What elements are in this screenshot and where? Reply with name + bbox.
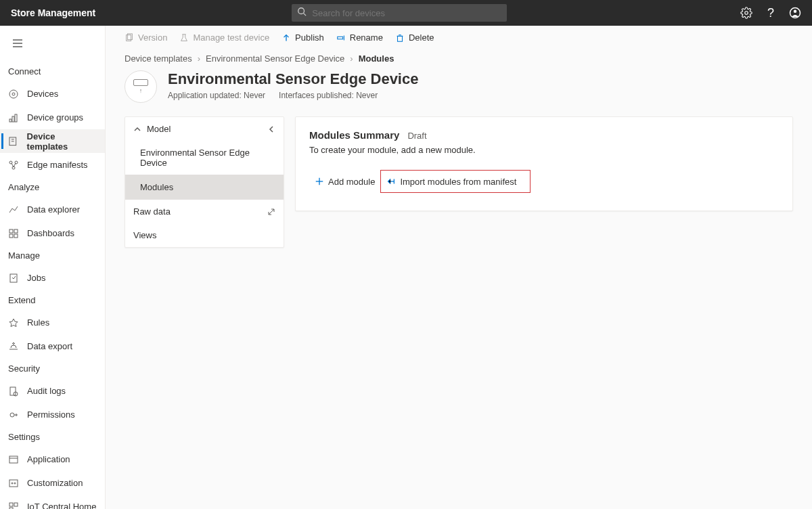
svg-rect-24 [10,387,16,395]
sidebar-item-rules[interactable]: Rules [0,311,105,334]
breadcrumb-templates[interactable]: Device templates [125,53,192,64]
tree-item-views[interactable]: Views [125,223,284,247]
command-bar: Version Manage test device Publish Renam… [106,26,812,49]
svg-rect-41 [397,36,402,41]
device-template-icon: ↑ [125,70,157,103]
cmd-version[interactable]: Version [125,32,167,43]
chevron-up-icon [133,125,141,133]
settings-icon[interactable] [740,7,752,19]
sidebar: Connect Devices Device groups Device tem… [0,26,106,509]
svg-rect-21 [9,234,13,238]
svg-rect-12 [15,114,17,122]
cmd-delete[interactable]: Delete [395,32,434,43]
sidebar-item-devices[interactable]: Devices [0,82,105,106]
svg-point-2 [745,12,748,15]
svg-rect-11 [12,116,14,122]
tree-item-raw-data[interactable]: Raw data [125,200,284,223]
tree-root[interactable]: Model [125,117,284,141]
status-badge: Draft [407,131,426,141]
plus-icon [315,177,324,186]
nav-heading-security: Security [0,358,105,379]
customization-icon [8,478,19,489]
hamburger-button[interactable] [0,31,105,61]
main: Version Manage test device Publish Renam… [106,26,812,509]
sidebar-item-audit-logs[interactable]: Audit logs [0,379,105,403]
rules-icon [8,317,19,328]
model-tree: Model Environmental Sensor Edge Device M… [125,116,284,248]
device-groups-icon [8,112,19,123]
nav-heading-settings: Settings [0,426,105,447]
sidebar-item-jobs[interactable]: Jobs [0,266,105,290]
svg-point-26 [10,413,14,417]
svg-point-9 [12,93,15,95]
sidebar-item-device-groups[interactable]: Device groups [0,106,105,129]
nav-heading-extend: Extend [0,290,105,311]
import-icon [386,177,396,186]
jobs-icon [8,273,19,284]
audit-logs-icon [8,386,19,397]
svg-point-31 [14,483,16,484]
sidebar-item-iot-central-home[interactable]: IoT Central Home [0,495,105,509]
account-icon[interactable] [789,7,801,19]
nav-heading-manage: Manage [0,245,105,266]
cmd-manage-test[interactable]: Manage test device [179,32,269,43]
svg-rect-39 [338,37,343,39]
topbar-actions: ? [740,7,801,19]
svg-point-4 [794,10,797,14]
breadcrumb: Device templates › Environmental Sensor … [125,49,793,64]
page-header: ↑ Environmental Sensor Edge Device Appli… [125,70,793,103]
breadcrumb-current: Modules [359,53,394,64]
svg-point-8 [9,90,18,98]
app-title: Store Management [11,7,95,18]
sidebar-item-device-templates[interactable]: Device templates [0,129,105,153]
sidebar-item-customization[interactable]: Customization [0,471,105,495]
svg-rect-27 [9,456,18,463]
help-icon[interactable]: ? [765,7,777,19]
sidebar-item-data-explorer[interactable]: Data explorer [0,198,105,221]
tree-item-modules[interactable]: Modules [125,175,284,200]
meta-app-updated: Application updated: Never [168,91,265,100]
svg-rect-23 [10,274,17,282]
sidebar-item-application[interactable]: Application [0,447,105,471]
page-title: Environmental Sensor Edge Device [168,70,418,88]
svg-rect-32 [9,503,13,506]
data-export-icon [8,341,19,352]
edge-manifests-icon [8,160,19,171]
device-templates-icon [8,136,19,147]
svg-rect-33 [14,503,18,506]
dashboards-icon [8,228,19,239]
add-module-button[interactable]: Add module [309,171,380,192]
search-input[interactable] [307,8,501,18]
tree-item-device[interactable]: Environmental Sensor Edge Device [125,141,284,175]
svg-rect-22 [14,234,18,238]
summary-title: Modules Summary [309,129,399,141]
breadcrumb-device[interactable]: Environmental Sensor Edge Device [206,53,344,64]
chevron-right-icon: › [350,53,353,64]
chevron-left-icon[interactable] [267,125,275,133]
summary-desc: To create your module, add a new module. [309,145,779,155]
svg-rect-29 [9,480,18,487]
meta-interfaces: Interfaces published: Never [279,91,378,100]
application-icon [8,454,19,465]
svg-point-0 [298,8,304,14]
svg-line-44 [269,209,274,215]
sidebar-item-permissions[interactable]: Permissions [0,403,105,426]
cmd-publish[interactable]: Publish [281,32,324,43]
svg-point-30 [12,483,13,484]
svg-rect-20 [14,229,18,233]
chevron-right-icon: › [198,53,200,64]
devices-icon [8,89,19,99]
search-box[interactable] [292,4,507,22]
nav-heading-analyze: Analyze [0,177,105,198]
modules-summary-panel: Modules Summary Draft To create your mod… [295,116,793,211]
sidebar-item-dashboards[interactable]: Dashboards [0,221,105,245]
cmd-rename[interactable]: Rename [336,32,383,43]
sidebar-item-edge-manifests[interactable]: Edge manifests [0,153,105,177]
search-icon [297,7,307,19]
import-modules-button[interactable]: Import modules from manifest [381,171,522,192]
home-icon [8,502,19,510]
import-highlight: Import modules from manifest [380,170,531,193]
expand-icon [267,208,275,216]
sidebar-item-data-export[interactable]: Data export [0,334,105,358]
svg-rect-10 [9,119,12,122]
